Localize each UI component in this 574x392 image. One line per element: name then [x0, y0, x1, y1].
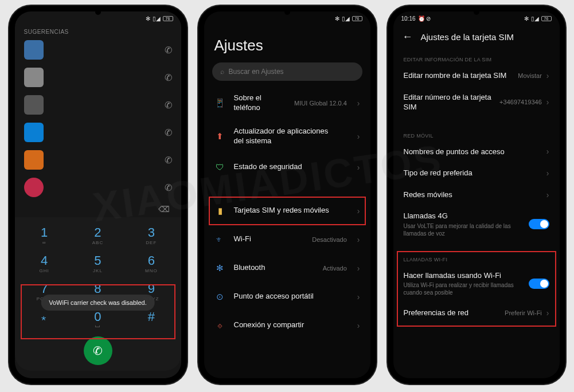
bluetooth-icon: ✻: [524, 15, 529, 22]
dial-letters: ∞: [18, 240, 71, 245]
setting-label: Estado de seguridad: [234, 162, 339, 172]
contact-avatar: [24, 123, 44, 142]
setting-label: Bluetooth: [234, 263, 315, 273]
calls-4g-row[interactable]: Llamadas 4G Usar VoLTE para mejorar la c…: [393, 205, 560, 243]
settings-row[interactable]: 📱Sobre el teléfonoMIUI Global 12.0.4›: [204, 87, 370, 120]
settings-row[interactable]: ⟐Conexión y compartir›: [204, 311, 370, 340]
phone-frame-settings: ✻ ▯◢ 76 Ajustes ⌕ Buscar en Ajustes 📱Sob…: [198, 6, 376, 384]
dial-key-2[interactable]: 2ABC: [72, 222, 124, 249]
contact-row[interactable]: ✆: [15, 91, 181, 119]
phone-icon[interactable]: ✆: [165, 127, 172, 138]
row-label: Hacer llamadas usando Wi-Fi: [404, 271, 523, 281]
row-sublabel: Utiliza Wi-Fi para realizar y recibir ll…: [404, 281, 523, 296]
dial-key-1[interactable]: 1∞: [18, 222, 71, 249]
row-label: Editar nombre de la tarjeta SIM: [404, 70, 507, 81]
camera-notch: [474, 9, 479, 15]
phone-icon[interactable]: ✆: [165, 72, 172, 83]
mobile-networks-row[interactable]: Redes móviles ›: [393, 184, 560, 206]
backspace-icon[interactable]: ⌫: [158, 205, 170, 214]
status-time: 10:16: [401, 15, 416, 22]
setting-label: Sobre el teléfono: [234, 93, 287, 113]
chevron-right-icon: ›: [357, 292, 360, 301]
dial-letters: GHI: [18, 268, 71, 273]
battery-indicator: 76: [163, 16, 173, 21]
row-value: Movistar: [518, 72, 542, 79]
dial-number: #: [125, 309, 177, 324]
camera-notch: [95, 9, 101, 15]
dial-letters: DEF: [125, 240, 177, 245]
dial-letters: JKL: [72, 268, 124, 273]
dialer-input-row: ⌫: [15, 201, 181, 217]
setting-value: MIUI Global 12.0.4: [294, 100, 347, 107]
wifi-calls-row[interactable]: Hacer llamadas usando Wi-Fi Utiliza Wi-F…: [393, 265, 560, 303]
phone-icon[interactable]: ✆: [165, 100, 172, 111]
edit-sim-number-row[interactable]: Editar número de la tarjeta SIM +3469741…: [393, 87, 560, 118]
network-type-row[interactable]: Tipo de red preferida ›: [393, 162, 560, 184]
row-value: +34697419346: [499, 99, 542, 105]
settings-row[interactable]: ▮Tarjetas SIM y redes móviles›: [204, 197, 370, 225]
setting-label: Actualizador de aplicaciones del sistema: [234, 127, 339, 146]
setting-label: Conexión y compartir: [234, 320, 339, 330]
settings-row[interactable]: ⊙Punto de acceso portátil›: [204, 283, 370, 311]
dial-key-3[interactable]: 3DEF: [125, 222, 177, 249]
contact-row[interactable]: ✆: [15, 146, 181, 174]
row-label: Llamadas 4G: [404, 211, 523, 221]
setting-value: Desactivado: [312, 236, 347, 243]
row-label: Nombres de puntos de acceso: [404, 147, 505, 157]
apn-row[interactable]: Nombres de puntos de acceso ›: [393, 141, 560, 163]
dial-number: 2: [72, 225, 124, 240]
section-wifi-calls: LLAMADAS WI-FI: [393, 251, 560, 265]
contact-avatar: [24, 40, 44, 60]
settings-row[interactable]: ⬆Actualizador de aplicaciones del sistem…: [204, 120, 370, 153]
signal-icon: ▯◢: [531, 15, 539, 22]
setting-icon: ⬆: [214, 131, 226, 142]
setting-icon: ▮: [214, 205, 226, 217]
chevron-right-icon: ›: [546, 97, 549, 107]
chevron-right-icon: ›: [546, 190, 549, 199]
signal-icon: ▯◢: [342, 15, 350, 22]
chevron-right-icon: ›: [357, 99, 360, 108]
chevron-right-icon: ›: [357, 163, 360, 172]
settings-row[interactable]: 🛡Estado de seguridad›: [204, 153, 370, 182]
search-input[interactable]: ⌕ Buscar en Ajustes: [212, 62, 362, 81]
battery-indicator: 76: [541, 16, 552, 21]
page-title: Ajustes: [204, 25, 370, 62]
row-sublabel: Usar VoLTE para mejorar la calidad de la…: [404, 222, 523, 237]
phone-icon[interactable]: ✆: [165, 155, 172, 166]
chevron-right-icon: ›: [357, 206, 360, 215]
chevron-right-icon: ›: [546, 147, 549, 156]
chevron-right-icon: ›: [357, 235, 360, 244]
contact-row[interactable]: ✆: [15, 64, 181, 91]
phone-frame-sim: 10:16 ⏰ ⊘ ✻ ▯◢ 76 ← Ajustes de la tarjet…: [388, 6, 565, 384]
back-icon[interactable]: ←: [403, 31, 413, 43]
phone-icon[interactable]: ✆: [165, 182, 172, 193]
phone-icon[interactable]: ✆: [165, 45, 172, 56]
settings-row[interactable]: ᯤWi-FiDesactivado›: [204, 225, 370, 254]
dial-key-6[interactable]: 6MNO: [125, 250, 177, 277]
dial-number: 3: [125, 225, 177, 240]
contact-avatar: [24, 95, 44, 115]
contact-row[interactable]: ✆: [15, 174, 181, 201]
chevron-right-icon: ›: [546, 71, 549, 80]
network-preferences-row[interactable]: Preferencias de red Preferir Wi-Fi ›: [393, 302, 560, 324]
call-button[interactable]: ✆: [84, 336, 112, 365]
contact-row[interactable]: ✆: [15, 36, 181, 64]
setting-icon: 📱: [214, 97, 226, 109]
toggle-4g-calls[interactable]: [529, 219, 549, 229]
dial-key-5[interactable]: 5JKL: [72, 250, 124, 277]
search-placeholder: Buscar en Ajustes: [229, 68, 284, 76]
setting-icon: ⟐: [214, 320, 226, 331]
chevron-right-icon: ›: [357, 132, 360, 141]
toggle-wifi-calls[interactable]: [529, 279, 549, 289]
dial-letters: ABC: [72, 240, 124, 245]
dial-key-4[interactable]: 4GHI: [18, 250, 71, 277]
chevron-right-icon: ›: [546, 168, 549, 178]
section-mobile-network: RED MÓVIL: [393, 127, 560, 141]
edit-sim-name-row[interactable]: Editar nombre de la tarjeta SIM Movistar…: [393, 65, 560, 87]
signal-icon: ▯◢: [153, 15, 161, 22]
settings-row[interactable]: ✻BluetoothActivado›: [204, 254, 370, 283]
contact-avatar: [24, 150, 44, 170]
contact-row[interactable]: ✆: [15, 119, 181, 146]
dial-number: 1: [18, 225, 71, 240]
search-icon: ⌕: [220, 68, 224, 76]
